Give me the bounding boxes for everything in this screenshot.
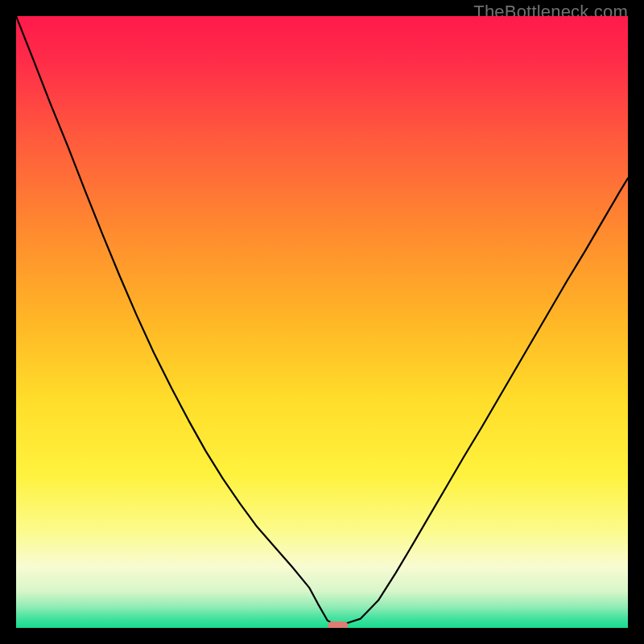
plot-area: [16, 16, 628, 628]
gradient-background: [16, 16, 628, 628]
chart-container: TheBottleneck.com: [0, 0, 644, 644]
optimal-marker: [328, 621, 348, 628]
bottleneck-chart: [16, 16, 628, 628]
